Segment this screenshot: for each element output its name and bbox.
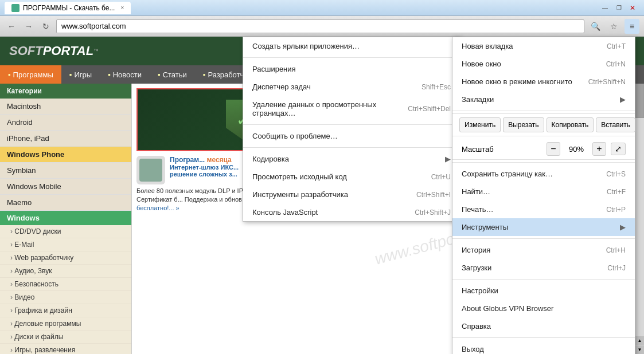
sub-menu-item-report-problem[interactable]: Сообщить о проблеме… bbox=[243, 127, 460, 145]
tools-label: Инструменты bbox=[462, 223, 508, 231]
menu-divider-5 bbox=[452, 337, 635, 338]
history-label: История bbox=[462, 246, 490, 254]
dev-tools-shortcut: Ctrl+Shift+I bbox=[416, 191, 451, 199]
menu-divider-4 bbox=[452, 279, 635, 280]
sub-menu-item-dev-tools[interactable]: Инструменты разработчика Ctrl+Shift+I bbox=[243, 186, 460, 203]
downloads-label: Загрузки bbox=[462, 263, 491, 272]
context-menu-overlay[interactable]: Новая вкладка Ctrl+T Новое окно Ctrl+N Н… bbox=[0, 0, 644, 354]
menu-item-downloads[interactable]: Загрузки Ctrl+J bbox=[452, 259, 635, 277]
menu-divider-sub1 bbox=[243, 57, 460, 58]
new-window-shortcut: Ctrl+N bbox=[606, 60, 626, 68]
menu-zoom-section: Масштаб − 90% + ⤢ bbox=[452, 139, 635, 160]
sub-menu-item-extensions[interactable]: Расширения bbox=[243, 60, 460, 78]
quit-label: Выход bbox=[462, 345, 484, 353]
menu-item-tools[interactable]: Инструменты ▶ bbox=[452, 218, 635, 236]
menu-item-new-tab[interactable]: Новая вкладка Ctrl+T bbox=[452, 37, 635, 55]
encoding-arrow-icon: ▶ bbox=[445, 155, 451, 163]
js-console-label: Консоль JavaScript bbox=[252, 208, 318, 217]
save-page-shortcut: Ctrl+S bbox=[606, 170, 626, 178]
menu-item-save-page[interactable]: Сохранить страницу как… Ctrl+S bbox=[452, 165, 635, 183]
create-shortcut-label: Создать ярлыки приложения… bbox=[252, 42, 360, 50]
sub-menu-item-js-console[interactable]: Консоль JavaScript Ctrl+Shift+J bbox=[243, 203, 460, 221]
browser-window: ПРОГРАММЫ - Скачать бе... × — ❐ ✕ ← → ↻ … bbox=[0, 0, 644, 354]
tools-arrow-icon: ▶ bbox=[620, 223, 626, 231]
sub-menu-item-encoding[interactable]: Кодировка ▶ bbox=[243, 150, 460, 168]
sub-menu-item-task-manager[interactable]: Диспетчер задач Shift+Esc bbox=[243, 78, 460, 96]
task-manager-label: Диспетчер задач bbox=[252, 82, 311, 91]
new-tab-shortcut: Ctrl+T bbox=[607, 42, 626, 50]
sub-menu-item-clear-data[interactable]: Удаление данных о просмотренных страница… bbox=[243, 96, 460, 122]
clear-data-shortcut: Ctrl+Shift+Del bbox=[408, 105, 451, 113]
menu-item-bookmarks[interactable]: Закладки ▶ bbox=[452, 91, 635, 108]
zoom-plus-button[interactable]: + bbox=[592, 142, 606, 156]
save-page-label: Сохранить страницу как… bbox=[462, 170, 553, 178]
zoom-expand-button[interactable]: ⤢ bbox=[611, 143, 626, 155]
menu-item-new-window[interactable]: Новое окно Ctrl+N bbox=[452, 55, 635, 73]
settings-label: Настройки bbox=[462, 286, 498, 295]
sub-context-menu: Создать ярлыки приложения… Расширения Ди… bbox=[243, 37, 460, 222]
report-problem-label: Сообщить о проблеме… bbox=[252, 132, 338, 140]
menu-item-history[interactable]: История Ctrl+H bbox=[452, 241, 635, 259]
menu-item-about[interactable]: About Globus VPN Browser bbox=[452, 300, 635, 317]
menu-divider-1 bbox=[452, 111, 635, 111]
menu-item-help[interactable]: Справка bbox=[452, 317, 635, 335]
help-label: Справка bbox=[462, 322, 491, 331]
menu-item-settings[interactable]: Настройки bbox=[452, 282, 635, 300]
menu-edit-section: Изменить Вырезать Копировать Вставить bbox=[452, 113, 635, 136]
menu-divider-2 bbox=[452, 162, 635, 163]
menu-item-print[interactable]: Печать… Ctrl+P bbox=[452, 200, 635, 218]
find-label: Найти… bbox=[462, 187, 490, 196]
menu-divider-sub2 bbox=[243, 124, 460, 125]
encoding-label: Кодировка bbox=[252, 155, 289, 163]
menu-item-find[interactable]: Найти… Ctrl+F bbox=[452, 183, 635, 200]
print-label: Печать… bbox=[462, 205, 494, 214]
find-shortcut: Ctrl+F bbox=[607, 188, 626, 196]
downloads-shortcut: Ctrl+J bbox=[607, 264, 626, 272]
context-menu: Новая вкладка Ctrl+T Новое окно Ctrl+N Н… bbox=[452, 37, 635, 354]
incognito-label: Новое окно в режиме инкогнито bbox=[462, 77, 572, 86]
about-label: About Globus VPN Browser bbox=[462, 304, 553, 313]
bookmarks-label: Закладки bbox=[462, 95, 494, 104]
menu-divider-3 bbox=[452, 238, 635, 239]
edit-btn-izmenit[interactable]: Изменить bbox=[459, 117, 501, 132]
menu-item-quit[interactable]: Выход bbox=[452, 340, 635, 354]
edit-btn-kopirovat[interactable]: Копировать bbox=[547, 117, 594, 132]
zoom-value: 90% bbox=[565, 145, 588, 154]
edit-btn-vstavit[interactable]: Вставить bbox=[596, 117, 635, 132]
menu-divider-sub3 bbox=[243, 147, 460, 148]
extensions-label: Расширения bbox=[252, 65, 296, 73]
sub-menu-item-view-source[interactable]: Просмотреть исходный код Ctrl+U bbox=[243, 168, 460, 186]
zoom-label: Масштаб bbox=[462, 145, 542, 154]
edit-btn-vyrezat[interactable]: Вырезать bbox=[503, 117, 544, 132]
view-source-label: Просмотреть исходный код bbox=[252, 172, 347, 181]
dev-tools-label: Инструменты разработчика bbox=[252, 190, 348, 199]
new-window-label: Новое окно bbox=[462, 60, 501, 68]
bookmarks-arrow-icon: ▶ bbox=[620, 95, 626, 104]
menu-item-incognito[interactable]: Новое окно в режиме инкогнито Ctrl+Shift… bbox=[452, 73, 635, 91]
clear-data-label: Удаление данных о просмотренных страница… bbox=[252, 100, 408, 117]
task-manager-shortcut: Shift+Esc bbox=[421, 83, 451, 91]
zoom-minus-button[interactable]: − bbox=[547, 142, 560, 156]
incognito-shortcut: Ctrl+Shift+N bbox=[588, 78, 626, 86]
new-tab-label: Новая вкладка bbox=[462, 42, 513, 50]
history-shortcut: Ctrl+H bbox=[606, 246, 626, 254]
sub-menu-item-create-shortcut[interactable]: Создать ярлыки приложения… bbox=[243, 37, 460, 55]
view-source-shortcut: Ctrl+U bbox=[431, 173, 451, 181]
js-console-shortcut: Ctrl+Shift+J bbox=[415, 209, 451, 217]
print-shortcut: Ctrl+P bbox=[606, 206, 626, 214]
